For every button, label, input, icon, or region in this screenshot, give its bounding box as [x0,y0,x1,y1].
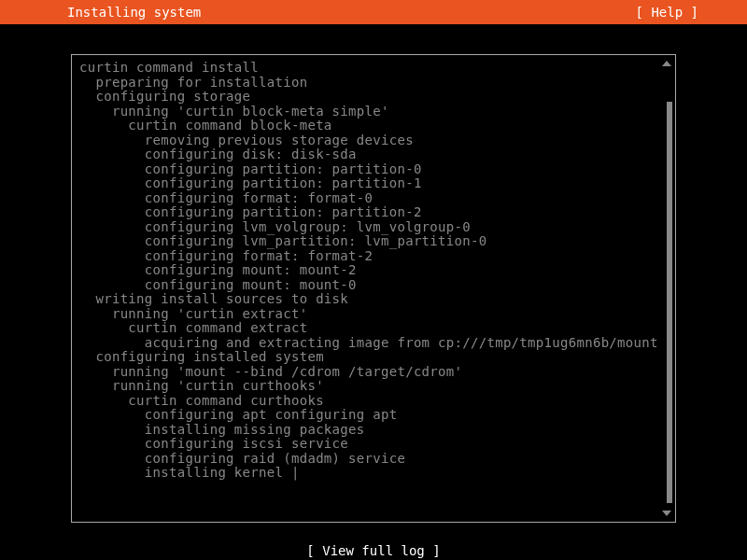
install-log-box: curtin command install preparing for ins… [71,54,676,523]
scroll-down-icon[interactable] [662,511,671,516]
scroll-up-icon[interactable] [662,61,671,66]
help-button[interactable]: [ Help ] [636,5,736,20]
page-title: Installing system [11,5,201,20]
footer: [ View full log ] [0,523,747,558]
scrollbar-thumb[interactable] [667,102,672,503]
view-full-log-button[interactable]: [ View full log ] [306,543,440,558]
header-bar: Installing system [ Help ] [0,0,747,24]
main-area: curtin command install preparing for ins… [0,24,747,523]
install-log-content: curtin command install preparing for ins… [79,61,668,481]
